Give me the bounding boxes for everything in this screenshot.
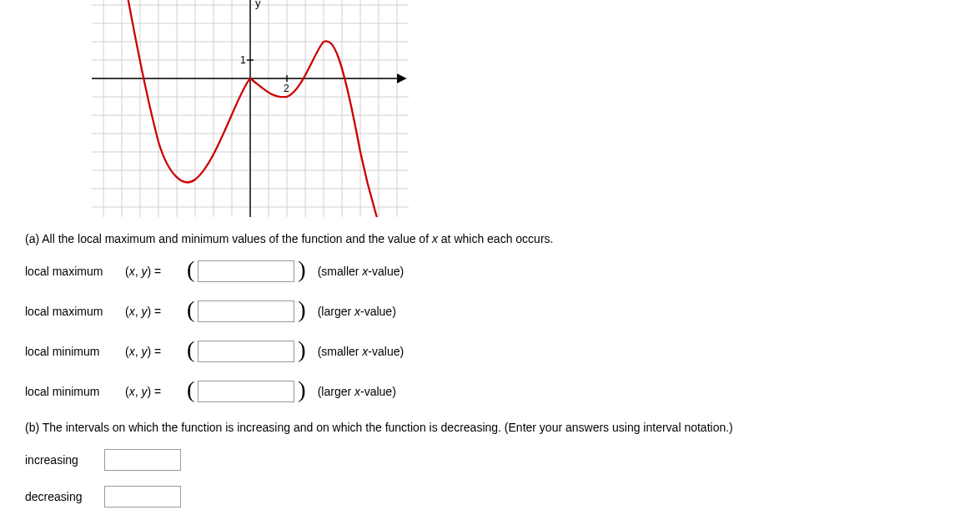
row-hint: (smaller x-value) (318, 265, 404, 278)
row-label: decreasing (25, 490, 104, 503)
local-min-smaller-row: local minimum (x, y) = ( ) (smaller x-va… (25, 341, 955, 362)
x-tick-2: 2 (284, 83, 289, 94)
function-graph: y x 2 1 (92, 0, 955, 220)
row-label: local minimum (25, 385, 125, 398)
local-max-larger-row: local maximum (x, y) = ( ) (larger x-val… (25, 300, 955, 322)
local-min-larger-row: local minimum (x, y) = ( ) (larger x-val… (25, 381, 955, 402)
part-a-prompt: (a) All the local maximum and minimum va… (25, 232, 955, 245)
row-label: increasing (25, 453, 104, 467)
row-eq: (x, y) = (125, 345, 183, 358)
increasing-input[interactable] (104, 449, 181, 471)
row-hint: (larger x-value) (318, 385, 396, 398)
row-eq: (x, y) = (125, 385, 183, 398)
local-min-smaller-input[interactable] (198, 341, 294, 362)
local-max-smaller-row: local maximum (x, y) = ( ) (smaller x-va… (25, 260, 955, 282)
increasing-row: increasing (25, 449, 955, 471)
row-hint: (larger x-value) (318, 305, 396, 318)
decreasing-input[interactable] (104, 486, 181, 507)
row-label: local maximum (25, 305, 125, 318)
row-eq: (x, y) = (125, 265, 183, 278)
decreasing-row: decreasing (25, 486, 955, 507)
local-min-larger-input[interactable] (198, 381, 294, 402)
y-axis-label: y (255, 0, 261, 9)
row-label: local maximum (25, 265, 125, 278)
row-label: local minimum (25, 345, 125, 358)
curve (122, 0, 382, 217)
row-hint: (smaller x-value) (318, 345, 404, 358)
local-max-larger-input[interactable] (198, 300, 294, 322)
row-eq: (x, y) = (125, 305, 183, 318)
local-max-smaller-input[interactable] (198, 260, 294, 282)
y-tick-1: 1 (240, 54, 246, 66)
part-b-prompt: (b) The intervals on which the function … (25, 421, 955, 434)
